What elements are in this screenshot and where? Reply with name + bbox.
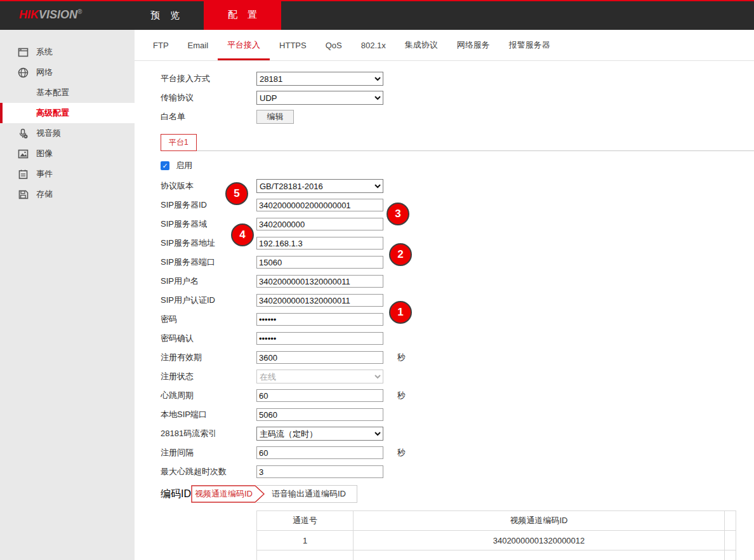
platform-tab-divider — [197, 150, 754, 151]
table-header-row: 通道号 视频通道编码ID — [257, 511, 736, 531]
sidebar-item-advanced-config[interactable]: 高级配置 — [0, 103, 135, 123]
step-badge-3: 3 — [387, 203, 409, 225]
empty-cell — [354, 550, 725, 560]
sidebar-item-label: 基本配置 — [36, 87, 69, 98]
sip-server-domain-input[interactable] — [256, 218, 383, 230]
stream-index-select[interactable]: 主码流（定时） — [256, 427, 383, 441]
system-window-icon — [18, 47, 29, 58]
seconds-unit: 秒 — [397, 447, 406, 458]
top-tab-preview[interactable]: 预 览 — [126, 1, 204, 30]
settings-tabbar: FTP Email 平台接入 HTTPS QoS 802.1x 集成协议 网络服… — [135, 30, 754, 61]
sidebar-item-system[interactable]: 系统 — [0, 42, 135, 62]
sip-username-input[interactable] — [256, 275, 383, 288]
encoding-tab-video-channel[interactable]: 视频通道编码ID — [191, 485, 265, 503]
sidebar-item-label: 图像 — [36, 148, 53, 159]
tab-ftp[interactable]: FTP — [143, 30, 178, 60]
tab-network-service[interactable]: 网络服务 — [447, 30, 499, 60]
sip-server-id-input[interactable] — [256, 199, 383, 211]
top-tab-configuration[interactable]: 配 置 — [204, 0, 281, 30]
sidebar-item-audio-video[interactable]: 视音频 — [0, 123, 135, 143]
sidebar: 系统 网络 基本配置 高级配置 视音频 图像 — [0, 30, 135, 560]
platform1-tab[interactable]: 平台1 — [161, 134, 197, 151]
logo-registered-mark: ® — [77, 8, 82, 15]
platform-access-mode-row: 平台接入方式 28181 — [161, 69, 754, 88]
table-header-spacer — [725, 511, 736, 531]
step-badge-1: 1 — [389, 301, 412, 324]
encoding-tab-video-label: 视频通道编码ID — [191, 485, 256, 503]
tab-email[interactable]: Email — [178, 30, 218, 60]
register-interval-input[interactable] — [256, 446, 383, 459]
sip-auth-id-row: SIP用户认证ID — [161, 291, 754, 310]
protocol-version-select[interactable]: GB/T28181-2016 — [256, 179, 383, 193]
enable-checkbox[interactable]: ✓ — [161, 161, 169, 170]
logo-vision: VISION — [39, 8, 77, 21]
video-channel-id-cell: 34020000001320000012 — [354, 531, 725, 550]
table-row-spacer — [725, 531, 736, 550]
tab-8021x[interactable]: 802.1x — [352, 30, 395, 60]
heartbeat-row: 心跳周期 秒 — [161, 386, 754, 405]
sidebar-item-image[interactable]: 图像 — [0, 143, 135, 164]
heartbeat-input[interactable] — [256, 389, 383, 402]
sidebar-item-basic-config[interactable]: 基本配置 — [0, 83, 135, 103]
heartbeat-label: 心跳周期 — [161, 390, 256, 401]
sip-auth-id-label: SIP用户认证ID — [161, 295, 256, 306]
step-badge-4: 4 — [231, 223, 254, 246]
register-status-label: 注册状态 — [161, 371, 256, 382]
sidebar-item-label: 存储 — [36, 189, 53, 200]
max-heartbeat-timeout-input[interactable] — [256, 465, 383, 478]
transport-protocol-row: 传输协议 UDP — [161, 88, 754, 107]
register-status-row: 注册状态 在线 — [161, 367, 754, 386]
sidebar-item-network[interactable]: 网络 — [0, 62, 135, 83]
whitelist-row: 白名单 编辑 — [161, 107, 754, 126]
local-sip-port-input[interactable] — [256, 408, 383, 421]
sidebar-item-label: 网络 — [36, 67, 53, 78]
sidebar-item-storage[interactable]: 存储 — [0, 184, 135, 204]
tab-alarm-server[interactable]: 报警服务器 — [499, 30, 560, 60]
local-sip-port-row: 本地SIP端口 — [161, 405, 754, 424]
hikvision-logo: HIKVISION® — [19, 8, 82, 22]
tab-integration-protocol[interactable]: 集成协议 — [395, 30, 447, 60]
sip-server-port-input[interactable] — [256, 256, 383, 269]
encoding-id-tabs: 视频通道编码ID 语音输出通道编码ID — [191, 485, 357, 503]
sidebar-item-label: 高级配置 — [36, 107, 69, 119]
register-interval-label: 注册间隔 — [161, 447, 256, 458]
sip-server-address-input[interactable] — [256, 237, 383, 250]
table-row[interactable]: 1 34020000001320000012 — [257, 531, 736, 550]
encoding-id-row: 编码ID 视频通道编码ID 语音输出通道编码ID — [161, 483, 754, 505]
sip-server-port-label: SIP服务器端口 — [161, 257, 256, 268]
encoding-tab-audio-output[interactable]: 语音输出通道编码ID — [256, 485, 357, 503]
tab-platform-access[interactable]: 平台接入 — [218, 30, 270, 60]
platform-access-form: 平台接入方式 28181 传输协议 UDP 白名单 编辑 平台1 ✓ 启用 协议… — [135, 61, 754, 560]
whitelist-edit-button[interactable]: 编辑 — [256, 110, 294, 124]
seconds-unit: 秒 — [397, 390, 406, 401]
step-badge-5: 5 — [225, 182, 248, 205]
topbar: HIKVISION® 预 览 配 置 — [0, 0, 754, 30]
top-navigation: 预 览 配 置 — [126, 1, 281, 30]
empty-cell — [257, 550, 354, 560]
tab-qos[interactable]: QoS — [316, 30, 352, 60]
transport-protocol-select[interactable]: UDP — [256, 91, 383, 105]
protocol-version-row: 协议版本 GB/T28181-2016 — [161, 177, 754, 196]
sidebar-item-label: 视音频 — [36, 128, 61, 139]
enable-row: ✓ 启用 — [161, 155, 754, 177]
max-heartbeat-timeout-row: 最大心跳超时次数 — [161, 462, 754, 481]
stream-index-label: 28181码流索引 — [161, 428, 256, 439]
register-status-select: 在线 — [256, 370, 383, 383]
register-validity-label: 注册有效期 — [161, 352, 256, 363]
register-validity-row: 注册有效期 秒 — [161, 348, 754, 367]
platform-tab-row: 平台1 — [161, 128, 754, 151]
platform-access-mode-select[interactable]: 28181 — [256, 72, 383, 86]
sip-auth-id-input[interactable] — [256, 294, 383, 307]
sidebar-item-event[interactable]: 事件 — [0, 164, 135, 184]
table-row-empty — [257, 550, 736, 560]
max-heartbeat-timeout-label: 最大心跳超时次数 — [161, 466, 256, 477]
password-confirm-label: 密码确认 — [161, 333, 256, 344]
platform-access-mode-label: 平台接入方式 — [161, 73, 256, 84]
tab-https[interactable]: HTTPS — [270, 30, 316, 60]
register-validity-input[interactable] — [256, 351, 383, 364]
password-input[interactable] — [256, 313, 383, 326]
password-confirm-input[interactable] — [256, 332, 383, 345]
whitelist-label: 白名单 — [161, 111, 256, 123]
event-calendar-icon — [18, 169, 29, 180]
sip-username-row: SIP用户名 — [161, 272, 754, 291]
